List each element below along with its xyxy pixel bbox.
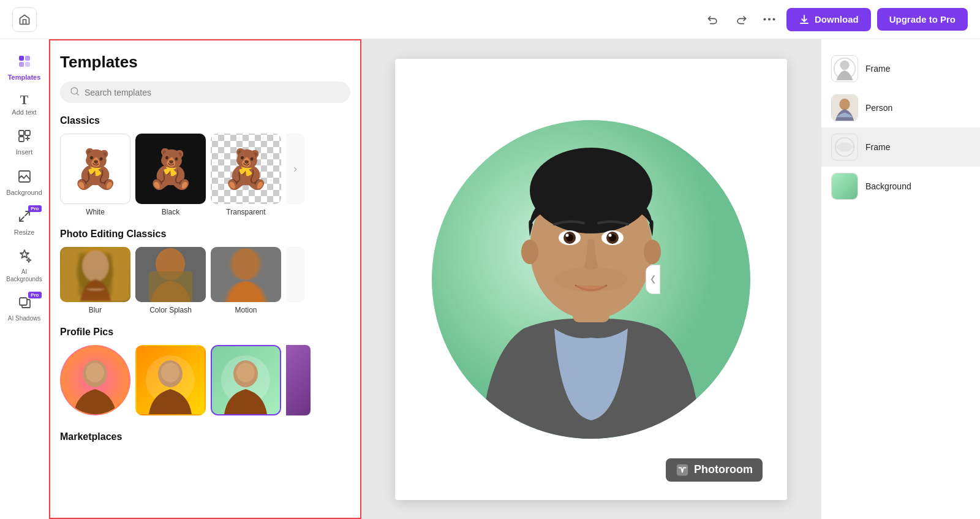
template-card-profile-1[interactable] — [60, 345, 130, 419]
upgrade-label: Upgrade to Pro — [889, 14, 956, 25]
right-panel-collapse-button[interactable] — [646, 265, 660, 294]
svg-point-44 — [566, 233, 569, 237]
home-button[interactable] — [12, 7, 37, 32]
sidebar-item-ai-shadows[interactable]: Pro AI Shadows — [4, 290, 45, 327]
canvas-area: Photoroom — [361, 39, 821, 519]
template-card-transparent[interactable]: 🧸 Transparent — [211, 134, 281, 216]
person-portrait — [432, 120, 750, 439]
profile-overflow — [286, 345, 311, 415]
svg-rect-59 — [832, 173, 858, 199]
template-thumb-white: 🧸 — [60, 134, 130, 204]
add-text-nav-label: Add text — [12, 108, 36, 116]
svg-point-50 — [644, 240, 661, 264]
sidebar-item-background[interactable]: Background — [4, 164, 45, 202]
svg-rect-7 — [19, 131, 24, 135]
template-thumb-black: 🧸 — [135, 134, 206, 204]
classics-grid: 🧸 White 🧸 Black 🧸 Transparent › — [60, 134, 350, 216]
ai-shadows-nav-label: AI Shadows — [8, 315, 40, 322]
svg-point-1 — [768, 18, 771, 21]
search-icon — [70, 86, 80, 98]
template-thumb-profile-3 — [211, 345, 281, 415]
template-thumb-blur — [60, 247, 130, 302]
template-thumb-transparent: 🧸 — [211, 134, 281, 204]
svg-point-49 — [521, 240, 538, 264]
download-label: Download — [815, 14, 859, 25]
svg-point-0 — [763, 18, 766, 21]
templates-icon — [17, 54, 32, 71]
svg-point-25 — [231, 248, 260, 280]
sidebar-item-add-text[interactable]: T Add text — [4, 89, 45, 121]
sidebar-item-insert[interactable]: Insert — [4, 124, 45, 161]
template-label-blur: Blur — [89, 306, 102, 314]
sidebar-item-resize[interactable]: Pro Resize — [4, 204, 45, 241]
classics-title: Classics — [60, 115, 350, 126]
resize-nav-label: Resize — [14, 229, 35, 237]
template-card-black[interactable]: 🧸 Black — [135, 134, 206, 216]
layer-item-frame2[interactable]: Frame — [821, 127, 980, 167]
svg-rect-6 — [25, 62, 30, 67]
svg-rect-4 — [25, 56, 30, 61]
svg-point-51 — [554, 267, 628, 292]
ai-shadows-wrapper: Pro AI Shadows — [4, 290, 45, 327]
svg-point-2 — [772, 18, 775, 21]
layer-label-frame1: Frame — [865, 64, 890, 74]
layer-thumb-background — [831, 173, 858, 200]
background-nav-label: Background — [6, 189, 42, 197]
template-label-white: White — [86, 208, 105, 216]
resize-wrapper: Pro Resize — [4, 204, 45, 241]
svg-rect-3 — [19, 56, 24, 61]
search-bar — [60, 81, 350, 103]
undo-button[interactable] — [702, 9, 724, 31]
svg-rect-22 — [149, 271, 192, 302]
upgrade-button[interactable]: Upgrade to Pro — [877, 8, 968, 31]
template-card-profile-3[interactable] — [211, 345, 281, 419]
layer-item-frame1[interactable]: Frame — [821, 49, 980, 88]
layer-item-person[interactable]: Person — [821, 88, 980, 127]
layer-thumb-frame2 — [831, 134, 858, 161]
download-button[interactable]: Download — [786, 8, 871, 31]
sidebar-item-ai-backgrounds[interactable]: AI Backgrounds — [4, 244, 45, 288]
svg-point-36 — [236, 363, 255, 382]
svg-point-32 — [161, 363, 179, 382]
templates-nav-label: Templates — [8, 74, 41, 81]
header-right: Download Upgrade to Pro — [702, 8, 968, 31]
profile-pics-title: Profile Pics — [60, 327, 350, 338]
ai-backgrounds-nav-label: AI Backgrounds — [6, 268, 43, 283]
header-left — [12, 7, 37, 32]
svg-point-18 — [82, 250, 109, 282]
svg-point-56 — [839, 99, 850, 110]
canvas-wrapper: Photoroom — [395, 59, 787, 500]
template-label-motion: Motion — [235, 306, 257, 314]
redo-button[interactable] — [730, 9, 752, 31]
photo-editing-title: Photo Editing Classics — [60, 229, 350, 240]
profile-pics-grid — [60, 345, 350, 419]
svg-point-48 — [609, 233, 612, 237]
layer-item-background[interactable]: Background — [821, 167, 980, 206]
search-input[interactable] — [85, 88, 341, 97]
marketplaces-title: Marketplaces — [60, 431, 350, 442]
sidebar-item-templates[interactable]: Templates — [4, 49, 45, 86]
template-card-white[interactable]: 🧸 White — [60, 134, 130, 216]
nav-sidebar: Templates T Add text Insert — [0, 39, 49, 519]
layer-label-frame2: Frame — [865, 142, 890, 152]
more-options-button[interactable] — [758, 9, 780, 31]
panel-title: Templates — [60, 53, 350, 72]
template-card-blur[interactable]: Blur — [60, 247, 130, 314]
classics-overflow: › — [286, 134, 304, 204]
template-thumb-motion — [211, 247, 281, 302]
template-label-black: Black — [162, 208, 179, 216]
watermark: Photoroom — [666, 458, 763, 482]
template-card-color-splash[interactable]: Color Splash — [135, 247, 206, 314]
background-icon — [17, 169, 32, 186]
insert-nav-label: Insert — [16, 148, 33, 156]
resize-pro-badge: Pro — [28, 205, 41, 212]
template-thumb-color-splash — [135, 247, 206, 302]
svg-point-54 — [840, 61, 849, 70]
template-card-motion[interactable]: Motion — [211, 247, 281, 314]
watermark-text: Photoroom — [694, 463, 753, 476]
canvas-content: Photoroom — [395, 59, 787, 500]
template-thumb-profile-1 — [60, 345, 130, 415]
svg-rect-11 — [20, 298, 27, 305]
template-card-profile-2[interactable] — [135, 345, 206, 419]
svg-point-28 — [86, 363, 104, 382]
